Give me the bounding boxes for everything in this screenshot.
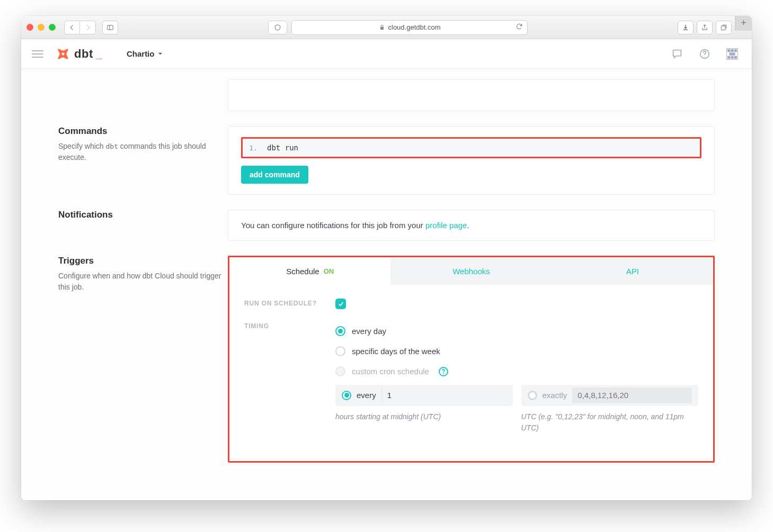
notifications-heading: Notifications [58, 210, 228, 220]
privacy-report-button[interactable] [268, 21, 287, 34]
command-text: dbt run [264, 143, 700, 152]
svg-rect-10 [730, 53, 732, 55]
comments-button[interactable] [668, 45, 686, 63]
svg-rect-14 [735, 56, 737, 58]
timing-every-day-label: every day [352, 327, 386, 336]
svg-rect-7 [728, 49, 730, 51]
user-avatar[interactable] [723, 45, 741, 63]
svg-point-3 [62, 52, 65, 55]
svg-rect-0 [108, 25, 113, 29]
commands-desc-pre: Specify which [58, 142, 105, 150]
svg-rect-13 [731, 56, 733, 58]
tab-schedule[interactable]: Schedule ON [229, 257, 390, 285]
help-circle-icon [699, 48, 710, 60]
address-bar[interactable]: cloud.getdbt.com [291, 20, 528, 35]
frequency-every-label: every [357, 391, 376, 400]
menu-button[interactable] [32, 50, 43, 58]
speech-bubble-icon [671, 48, 683, 60]
timing-specific-days-radio[interactable] [335, 346, 345, 356]
org-name: Chartio [127, 49, 155, 58]
frequency-exactly-input[interactable] [572, 387, 692, 403]
sidebar-toggle-button[interactable] [102, 21, 118, 34]
svg-rect-9 [731, 49, 733, 51]
chevron-down-icon [157, 51, 163, 57]
timing-label: Timing [244, 321, 335, 330]
triggers-desc: Configure when and how dbt Cloud should … [58, 270, 228, 293]
svg-point-5 [704, 56, 705, 56]
window-zoom-button[interactable] [49, 24, 56, 31]
commands-card: 1. dbt run add command [228, 126, 715, 195]
frequency-every-radio[interactable] [342, 391, 351, 400]
tab-webhooks[interactable]: Webhooks [390, 257, 552, 285]
app-header: dbt _ Chartio [21, 39, 752, 69]
address-url: cloud.getdbt.com [388, 23, 441, 31]
page-content: Commands Specify which dbt commands this… [21, 69, 752, 500]
frequency-exactly-hint: UTC (e.g. "0,12,23" for midnight, noon, … [521, 411, 699, 434]
tab-schedule-state: ON [324, 267, 334, 275]
new-tab-button[interactable]: + [735, 16, 752, 31]
brand-cursor: _ [96, 47, 102, 61]
commands-heading: Commands [58, 126, 228, 137]
frequency-exactly-label: exactly [543, 391, 567, 400]
commands-desc: Specify which dbt commands this job shou… [58, 141, 228, 163]
reload-icon[interactable] [516, 23, 523, 32]
profile-page-link[interactable]: profile page [425, 221, 467, 230]
svg-rect-8 [735, 49, 737, 51]
commands-desc-code: dbt [105, 142, 118, 150]
nav-forward-button[interactable] [80, 21, 96, 34]
tabs-button[interactable] [716, 21, 732, 34]
tab-schedule-label: Schedule [286, 267, 319, 276]
browser-window: cloud.getdbt.com + [21, 16, 752, 500]
help-button[interactable] [696, 45, 714, 63]
triggers-panel: Schedule ON Webhooks API Run on schedule… [228, 256, 715, 463]
nav-back-button[interactable] [64, 21, 80, 34]
command-index: 1. [243, 144, 264, 152]
frequency-exactly-radio[interactable] [528, 391, 537, 400]
timing-custom-cron-radio[interactable] [335, 366, 345, 376]
window-controls [26, 24, 56, 31]
separator [381, 389, 382, 402]
command-row[interactable]: 1. dbt run [241, 137, 701, 158]
brand[interactable]: dbt _ [56, 47, 102, 61]
window-close-button[interactable] [26, 24, 33, 31]
lock-icon [379, 24, 385, 31]
browser-titlebar: cloud.getdbt.com + [21, 16, 752, 39]
notifications-text-post: . [467, 221, 469, 230]
add-command-button[interactable]: add command [241, 166, 308, 184]
svg-rect-11 [733, 53, 735, 55]
timing-custom-cron-label: custom cron schedule [352, 367, 429, 376]
downloads-button[interactable] [678, 21, 694, 34]
notifications-card: You can configure notifications for this… [228, 210, 715, 241]
tab-api[interactable]: API [552, 257, 713, 285]
svg-rect-2 [721, 26, 725, 30]
avatar-icon [726, 48, 738, 60]
check-icon [337, 301, 344, 308]
dbt-logo-icon [56, 47, 70, 61]
brand-text: dbt [74, 47, 93, 61]
notifications-text: You can configure notifications for this… [241, 221, 701, 230]
triggers-tabs: Schedule ON Webhooks API [229, 257, 713, 285]
frequency-every-box[interactable]: every [335, 385, 513, 406]
timing-every-day-radio[interactable] [335, 326, 345, 336]
svg-rect-12 [728, 56, 730, 58]
share-button[interactable] [697, 21, 713, 34]
window-minimize-button[interactable] [38, 24, 45, 31]
timing-specific-days-label: specific days of the week [352, 347, 440, 356]
frequency-every-input[interactable] [387, 391, 507, 400]
run-on-schedule-checkbox[interactable] [335, 299, 346, 309]
triggers-heading: Triggers [58, 256, 228, 266]
frequency-every-hint: hours starting at midnight (UTC) [335, 411, 513, 434]
org-picker[interactable]: Chartio [127, 49, 164, 58]
frequency-exactly-box[interactable]: exactly [521, 385, 699, 406]
custom-cron-help-icon[interactable]: ? [439, 367, 448, 376]
previous-section-card [228, 79, 715, 111]
run-on-schedule-label: Run on schedule? [244, 299, 335, 307]
notifications-text-pre: You can configure notifications for this… [241, 221, 425, 230]
